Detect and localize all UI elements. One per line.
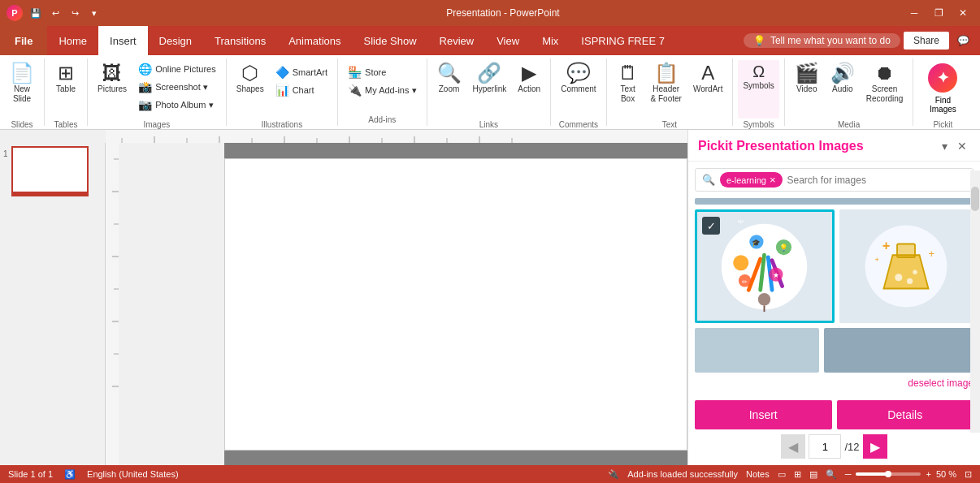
file-tab[interactable]: File bbox=[0, 26, 47, 55]
zoom-icon[interactable]: 🔍 bbox=[826, 469, 837, 480]
hyperlink-button[interactable]: 🔗 Hyperlink bbox=[468, 60, 512, 119]
comments-button[interactable]: 💬 bbox=[952, 32, 973, 49]
close-button[interactable]: ✕ bbox=[952, 5, 973, 21]
new-slide-button[interactable]: 📄 NewSlide bbox=[5, 60, 39, 119]
chart-button[interactable]: 📊 Chart bbox=[271, 81, 332, 99]
notes-button[interactable]: Notes bbox=[746, 469, 770, 479]
insert-button[interactable]: Insert bbox=[695, 400, 832, 429]
table-button[interactable]: ⊞ Table bbox=[50, 60, 82, 119]
ribbon-group-comments: 💬 Comment Comments bbox=[551, 58, 606, 126]
slide-item-1[interactable]: 1 bbox=[3, 146, 102, 196]
image-strip-2[interactable] bbox=[824, 328, 973, 373]
slideshow-tab[interactable]: Slide Show bbox=[353, 26, 428, 55]
symbols-button[interactable]: Ω Symbols bbox=[738, 60, 778, 119]
horizontal-ruler bbox=[106, 130, 687, 143]
wordart-button[interactable]: A WordArt bbox=[688, 60, 728, 119]
undo-qa-button[interactable]: ↩ bbox=[47, 5, 63, 21]
screen-recording-button[interactable]: ⏺ ScreenRecording bbox=[861, 60, 908, 119]
zoom-minus[interactable]: ─ bbox=[845, 469, 852, 479]
ispring-tab[interactable]: ISPRING FREE 7 bbox=[570, 26, 676, 55]
save-qa-button[interactable]: 💾 bbox=[28, 5, 44, 21]
education-image[interactable]: ✓ ⚙ 💡 bbox=[695, 209, 835, 323]
screenshot-button[interactable]: 📸 Screenshot ▾ bbox=[133, 78, 221, 96]
view-normal-icon[interactable]: ▭ bbox=[778, 469, 786, 480]
workspace: 1 Pickit Presentatio bbox=[0, 130, 980, 465]
svg-text:🎓: 🎓 bbox=[752, 238, 761, 247]
prev-page-button[interactable]: ◀ bbox=[781, 434, 805, 459]
minimize-button[interactable]: ─ bbox=[904, 5, 925, 21]
text-group-label: Text bbox=[610, 119, 730, 131]
search-input[interactable] bbox=[787, 175, 966, 186]
transitions-tab[interactable]: Transitions bbox=[203, 26, 277, 55]
pickit-collapse-button[interactable]: ▾ bbox=[939, 138, 951, 154]
online-pictures-button[interactable]: 🌐 Online Pictures bbox=[133, 60, 221, 78]
mix-tab[interactable]: Mix bbox=[531, 26, 570, 55]
svg-text:+: + bbox=[875, 256, 879, 264]
slide-thumbnail[interactable] bbox=[11, 146, 89, 196]
addins-group-label: Add-ins bbox=[341, 114, 423, 126]
e-learning-tag[interactable]: e-learning × bbox=[720, 172, 783, 188]
text-box-button[interactable]: 🗒 TextBox bbox=[612, 60, 644, 119]
tell-me-box[interactable]: 💡 Tell me what you want to do bbox=[744, 33, 900, 48]
fit-icon[interactable]: ⊡ bbox=[965, 469, 972, 480]
deselect-link[interactable]: deselect image bbox=[695, 376, 973, 394]
restore-button[interactable]: ❐ bbox=[928, 5, 949, 21]
image-strip-top bbox=[695, 198, 973, 205]
comment-icon: 💬 bbox=[566, 63, 591, 83]
shapes-button[interactable]: ⬡ Shapes bbox=[232, 60, 269, 119]
comment-button[interactable]: 💬 Comment bbox=[556, 60, 601, 119]
shapes-icon: ⬡ bbox=[241, 63, 258, 83]
pickit-search[interactable]: 🔍 e-learning × bbox=[695, 168, 973, 192]
store-button[interactable]: 🏪 Store bbox=[343, 63, 421, 81]
ribbon-group-symbols: Ω Symbols Symbols bbox=[733, 58, 784, 126]
header-footer-icon: 📋 bbox=[654, 63, 679, 83]
zoom-button[interactable]: 🔍 Zoom bbox=[432, 60, 466, 119]
view-reader-icon[interactable]: ▤ bbox=[809, 469, 817, 480]
video-button[interactable]: 🎬 Video bbox=[790, 60, 824, 119]
zoom-icon: 🔍 bbox=[437, 63, 462, 83]
svg-point-48 bbox=[913, 270, 918, 275]
flask-image[interactable]: + + + bbox=[839, 209, 974, 323]
header-footer-button[interactable]: 📋 Header& Footer bbox=[646, 60, 687, 119]
pickit-scrollbar[interactable] bbox=[970, 170, 980, 433]
home-tab[interactable]: Home bbox=[47, 26, 98, 55]
details-button[interactable]: Details bbox=[837, 400, 974, 429]
smartart-button[interactable]: 🔷 SmartArt bbox=[271, 63, 332, 81]
my-addins-icon: 🔌 bbox=[348, 84, 362, 97]
action-button[interactable]: ▶ Action bbox=[513, 60, 545, 119]
page-number-input[interactable] bbox=[809, 434, 841, 459]
customize-qa-button[interactable]: ▾ bbox=[86, 5, 102, 21]
slide-canvas[interactable] bbox=[224, 158, 687, 451]
svg-text:⚙: ⚙ bbox=[738, 220, 745, 225]
my-addins-button[interactable]: 🔌 My Add-ins ▾ bbox=[343, 81, 421, 99]
find-images-button[interactable]: ✦ FindImages bbox=[918, 60, 967, 119]
pictures-button[interactable]: 🖼 Pictures bbox=[93, 60, 132, 119]
quick-access-toolbar: 💾 ↩ ↪ ▾ bbox=[28, 5, 102, 21]
pickit-close-button[interactable]: ✕ bbox=[954, 138, 970, 154]
ribbon-group-images: 🖼 Pictures 🌐 Online Pictures 📸 Screensho… bbox=[88, 58, 227, 126]
scroll-thumb bbox=[971, 187, 979, 211]
design-tab[interactable]: Design bbox=[148, 26, 203, 55]
tag-remove-button[interactable]: × bbox=[770, 174, 776, 186]
canvas-area bbox=[224, 143, 687, 465]
next-page-button[interactable]: ▶ bbox=[863, 434, 887, 459]
slide-info: Slide 1 of 1 bbox=[8, 469, 53, 479]
tables-group-label: Tables bbox=[48, 119, 84, 131]
view-grid-icon[interactable]: ⊞ bbox=[794, 469, 801, 480]
redo-qa-button[interactable]: ↪ bbox=[67, 5, 83, 21]
accessibility-icon: ♿ bbox=[64, 469, 76, 480]
view-tab[interactable]: View bbox=[485, 26, 531, 55]
zoom-plus[interactable]: + bbox=[926, 469, 930, 479]
hyperlink-icon: 🔗 bbox=[477, 63, 501, 83]
image-strip-1[interactable] bbox=[695, 328, 819, 373]
title-bar-left: P 💾 ↩ ↪ ▾ bbox=[7, 5, 102, 21]
zoom-slider[interactable] bbox=[856, 472, 921, 476]
review-tab[interactable]: Review bbox=[428, 26, 486, 55]
ribbon-group-media: 🎬 Video 🔊 Audio ⏺ ScreenRecording Media bbox=[785, 58, 914, 126]
zoom-level: 50 % bbox=[936, 469, 956, 479]
photo-album-button[interactable]: 📷 Photo Album ▾ bbox=[133, 96, 221, 114]
audio-button[interactable]: 🔊 Audio bbox=[826, 60, 860, 119]
share-button[interactable]: Share bbox=[904, 32, 949, 50]
insert-tab[interactable]: Insert bbox=[98, 26, 148, 55]
animations-tab[interactable]: Animations bbox=[277, 26, 352, 55]
